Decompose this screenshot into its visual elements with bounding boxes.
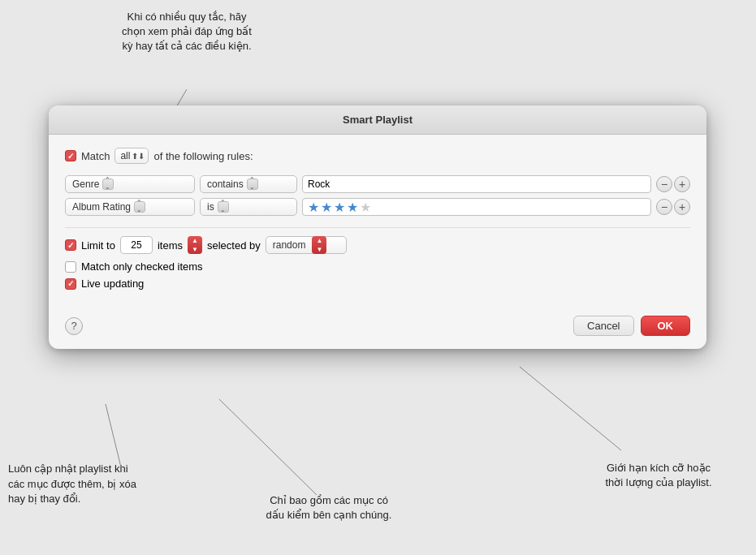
rule2-condition-dropdown[interactable]: is [200,198,297,216]
star-3: ★ [334,200,345,215]
match-checked-label: Match only checked items [81,260,203,273]
smart-playlist-dialog: Smart Playlist Match all ⬆⬇ of the follo… [49,105,706,349]
cancel-button[interactable]: Cancel [573,316,633,336]
selected-by-label: selected by [207,239,261,252]
rule1-condition-label: contains [207,179,244,190]
star-2: ★ [321,200,332,215]
dialog-footer: ? Cancel OK [49,308,706,349]
svg-line-2 [219,399,317,495]
help-button[interactable]: ? [65,317,83,335]
annotation-bottom-right: Giới hạn kích cỡ hoặcthời lượng của play… [594,461,724,490]
match-label: Match [81,150,110,162]
selected-by-stepper-up[interactable]: ▲ [312,236,326,245]
limit-unit-label: items [158,239,183,252]
limit-checkbox[interactable] [65,239,76,251]
match-dropdown-arrow: ⬆⬇ [132,152,145,161]
match-value-label: all [120,150,130,161]
rule2-condition-label: is [207,201,214,213]
rule-row-1: Genre contains − + [65,175,690,193]
rule2-condition-arrow [218,201,229,213]
rule2-buttons: − + [656,199,690,215]
selected-by-stepper[interactable]: ▲ ▼ [312,236,326,254]
rule1-buttons: − + [656,176,690,192]
rule2-stars-value[interactable]: ★ ★ ★ ★ ★ [302,198,651,216]
limit-unit-stepper[interactable]: ▲ ▼ [188,236,202,254]
rule1-remove-button[interactable]: − [656,176,672,192]
rule2-remove-button[interactable]: − [656,199,672,215]
live-updating-label: Live updating [81,278,144,290]
annotation-top: Khi có nhiều quy tắc, hãychọn xem phải đ… [106,10,268,54]
selected-by-stepper-down[interactable]: ▼ [312,245,326,254]
limit-label: Limit to [81,239,115,252]
rule-row-2: Album Rating is ★ ★ ★ ★ ★ − + [65,198,690,216]
dialog-titlebar: Smart Playlist [49,105,706,135]
rule1-field-dropdown[interactable]: Genre [65,175,195,193]
annotation-bottom-left: Luôn cập nhật playlist khicác mục được t… [8,462,146,506]
match-checked-row: Match only checked items [65,260,690,273]
stepper-up[interactable]: ▲ [188,236,202,245]
rule1-value-input[interactable] [302,175,651,193]
match-checked-checkbox[interactable] [65,261,76,273]
stepper-down[interactable]: ▼ [188,245,202,254]
rule1-add-button[interactable]: + [674,176,690,192]
footer-buttons: Cancel OK [573,316,690,336]
dialog-body: Match all ⬆⬇ of the following rules: Gen… [49,135,706,308]
star-4: ★ [347,200,358,215]
match-row: Match all ⬆⬇ of the following rules: [65,148,690,164]
match-checkbox[interactable] [65,150,76,161]
limit-row: Limit to items ▲ ▼ selected by random ▲ … [65,236,690,254]
live-updating-row: Live updating [65,278,690,290]
rule2-field-arrow [134,201,145,213]
rule2-field-dropdown[interactable]: Album Rating [65,198,195,216]
ok-button[interactable]: OK [641,316,691,336]
match-value-dropdown[interactable]: all ⬆⬇ [114,148,149,164]
svg-line-1 [106,404,122,471]
annotation-bottom-center: Chỉ bao gồm các mục códấu kiểm bên cạnh … [252,493,406,523]
rule2-add-button[interactable]: + [674,199,690,215]
rule1-condition-dropdown[interactable]: contains [200,175,297,193]
live-updating-checkbox[interactable] [65,278,76,290]
limit-value-input[interactable] [120,236,153,254]
divider [65,227,690,228]
star-1: ★ [308,200,319,215]
selected-by-value: random [273,239,306,251]
svg-line-3 [520,367,621,450]
dialog-title: Smart Playlist [343,114,413,126]
match-suffix: of the following rules: [153,150,253,162]
rule1-condition-arrow [247,179,258,190]
star-5: ★ [360,200,371,215]
selected-by-dropdown[interactable]: random ▲ ▼ [266,236,347,254]
rules-section: Genre contains − + Album Rating [65,175,690,216]
rule1-field-label: Genre [72,179,99,190]
rule2-field-label: Album Rating [72,201,131,213]
rule1-field-arrow [102,179,114,190]
